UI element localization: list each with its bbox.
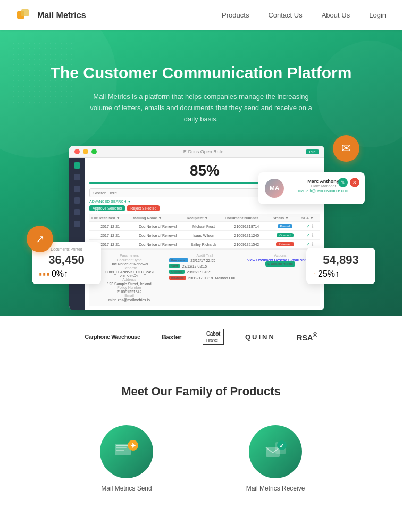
cell-mailing: Doc Notice of Renewal xyxy=(131,231,185,240)
audit-badge-sent: Sent xyxy=(169,264,180,268)
profile-actions: ✎ ✕ xyxy=(338,178,359,187)
audit-item: Opened 23/12/17 04:21 xyxy=(169,270,240,274)
date-value: 2017-12-21 xyxy=(120,274,139,278)
product-receive: ✓ Mail Metrics Receive xyxy=(217,425,334,492)
params-label: Parameters xyxy=(94,254,165,257)
logo-icon xyxy=(16,7,33,24)
audit-date: 23/12/17 04:21 xyxy=(187,270,212,274)
product-send-icon: ✈ xyxy=(100,425,153,478)
status-badge: Posted xyxy=(278,224,293,228)
approve-selected-button[interactable]: Approve Selected xyxy=(89,205,125,211)
cell-recipient: Isaac Wilson xyxy=(185,231,223,240)
metric-right-trend: ↑ 25%↑ xyxy=(314,269,368,279)
status-badge: Returned xyxy=(276,242,295,246)
doc-type-row: Document type Doc Notice of Renewal xyxy=(94,258,165,266)
col-recipient[interactable]: Recipient ▼ xyxy=(185,214,223,222)
documents-table: File Received ▼ Mailing Name ▼ Recipient… xyxy=(89,214,320,249)
dashboard-sidebar xyxy=(69,158,85,310)
tl-green xyxy=(91,149,97,154)
cell-sla: ✓ ℹ xyxy=(299,231,320,240)
cell-docnum: 210091311245 xyxy=(223,231,271,240)
profile-popup: MA Marc Anthony Claim Manager marcath@de… xyxy=(258,172,365,204)
svg-text:✓: ✓ xyxy=(279,442,284,450)
filename-row: Filename 09889_LLANNVKI_DEC_24ST xyxy=(94,266,165,274)
col-doc-number[interactable]: Document Number xyxy=(223,214,271,222)
audit-item: Sent 23/12/17 02:15 xyxy=(169,264,240,268)
audit-badge-processed: Processed xyxy=(169,258,188,262)
nav-contact[interactable]: Contact Us xyxy=(268,11,302,19)
date-row: 2017-12-21 xyxy=(94,274,165,278)
hero-subtitle: Mail Metrics is a platform that helps co… xyxy=(89,92,313,124)
tl-red xyxy=(74,149,80,154)
filename-value: 09889_LLANNVKI_DEC_24ST xyxy=(104,270,155,274)
logo-text: Mail Metrics xyxy=(37,11,86,20)
e-document-sent-badge: E-Document Sent xyxy=(265,261,295,267)
col-mailing-name[interactable]: Mailing Name ▼ xyxy=(131,214,185,222)
product-receive-icon: ✓ xyxy=(249,425,302,478)
col-sla[interactable]: SLA ▼ xyxy=(299,214,320,222)
nav-about[interactable]: About Us xyxy=(322,11,350,19)
reject-selected-button[interactable]: Reject Selected xyxy=(127,205,160,211)
adv-search-label: ADVANCED SEARCH ▼ xyxy=(89,200,131,203)
profile-edit-button[interactable]: ✎ xyxy=(338,178,348,187)
sidebar-item-6 xyxy=(74,221,80,227)
product-receive-name: Mail Metrics Receive xyxy=(246,485,305,492)
policy-row: Policy Number 210091321542 xyxy=(94,286,165,294)
col-file-received[interactable]: File Received ▼ xyxy=(89,214,131,222)
profile-email: marcath@demonsurance.com xyxy=(288,189,358,193)
address-value: 123 Sample Street, Ireland xyxy=(107,282,151,286)
dashboard-screenshot: ✉ E-Docs Open Rate Total xyxy=(16,146,386,316)
address-label: Address xyxy=(94,278,165,281)
table-row: 2017-12-21 Doc Notice of Renewal Bailey … xyxy=(89,240,320,249)
filter-buttons: Approve Selected Reject Selected xyxy=(89,205,320,211)
audit-label: Audit Trail xyxy=(169,254,240,257)
policy-label: Policy Number xyxy=(94,286,165,289)
audit-item: Bounced 23/12/17 08:19 Mailbox Full xyxy=(169,276,240,280)
cell-recipient: Bailey Richards xyxy=(185,240,223,249)
email-row: Email minn.zas@mailmetrics.io xyxy=(94,294,165,302)
actions-col: Actions View Document Resend E-mail Noti… xyxy=(245,254,316,302)
navbar: Mail Metrics Products Contact Us About U… xyxy=(0,0,402,30)
nav-links: Products Contact Us About Us Login xyxy=(222,11,386,19)
actions-label: Actions xyxy=(245,254,316,257)
logo[interactable]: Mail Metrics xyxy=(16,7,86,24)
filename-label: Filename xyxy=(94,266,165,270)
brand-carphone: Carphone Warehouse xyxy=(85,334,140,340)
address-row: Address 123 Sample Street, Ireland xyxy=(94,278,165,286)
svg-rect-5 xyxy=(116,450,124,451)
cell-docnum: 210091318714 xyxy=(223,222,271,231)
hero-dots-decoration xyxy=(11,41,74,105)
svg-rect-1 xyxy=(21,9,29,16)
profile-close-button[interactable]: ✕ xyxy=(350,178,359,187)
audit-badge-bounced: Bounced xyxy=(169,276,186,280)
col-status[interactable]: Status ▼ xyxy=(271,214,299,222)
sidebar-item-2 xyxy=(74,174,80,180)
cell-sla: ✓ ℹ xyxy=(299,240,320,249)
cell-date: 2017-12-21 xyxy=(89,231,131,240)
sidebar-item-3 xyxy=(74,186,80,192)
audit-note: Mailbox Full xyxy=(215,276,234,280)
audit-badge-opened: Opened xyxy=(169,270,185,274)
cell-status: Posted xyxy=(271,222,299,231)
audit-date: 23/12/17 08:19 xyxy=(188,276,213,280)
audit-item: Processed 23/12/17 22:55 xyxy=(169,258,240,262)
tl-yellow xyxy=(83,149,88,154)
nav-login[interactable]: Login xyxy=(369,11,386,19)
cell-status: Opened xyxy=(271,231,299,240)
metric-card-right: 54,893 ↑ 25%↑ xyxy=(306,248,375,284)
cell-mailing: Doc Notice of Renewal xyxy=(131,240,185,249)
brands-section: Carphone Warehouse Baxter CabotFinance Q… xyxy=(0,316,402,358)
product-send-name: Mail Metrics Send xyxy=(101,485,152,492)
dashboard-titlebar: E-Docs Open Rate Total xyxy=(69,146,324,158)
brand-cabot: CabotFinance xyxy=(203,329,224,345)
audit-date: 23/12/17 22:55 xyxy=(190,259,215,262)
sidebar-item-4 xyxy=(74,197,80,204)
dashboard-card: E-Docs Open Rate Total 85% xyxy=(69,146,324,310)
nav-products[interactable]: Products xyxy=(222,11,249,19)
receive-illustration: ✓ xyxy=(259,436,291,468)
dashboard-title: E-Docs Open Rate xyxy=(104,149,303,154)
metric-left-trend: ■ ■ ■ 0%↑ xyxy=(39,269,94,279)
sidebar-item-1 xyxy=(74,162,80,169)
params-col: Parameters Document type Doc Notice of R… xyxy=(94,254,165,302)
cell-docnum: 210091321542 xyxy=(223,240,271,249)
